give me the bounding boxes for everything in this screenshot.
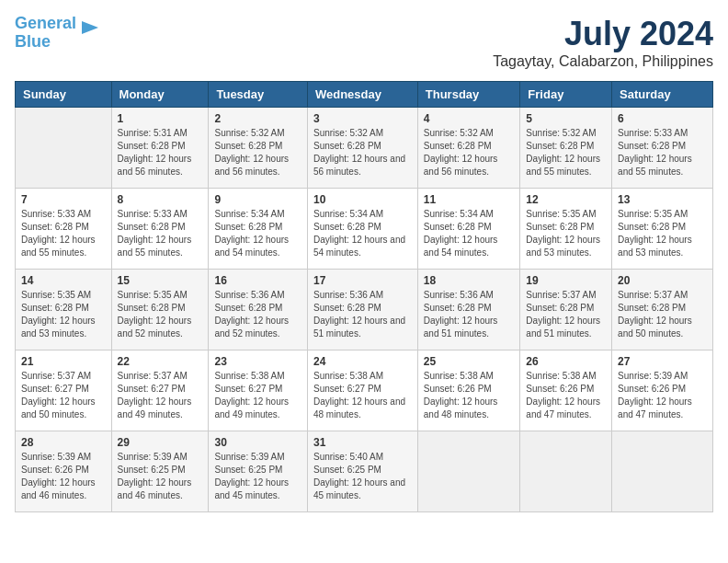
calendar-cell: 5Sunrise: 5:32 AMSunset: 6:28 PMDaylight… [520, 108, 612, 189]
day-detail: Sunrise: 5:32 AMSunset: 6:28 PMDaylight:… [313, 127, 412, 178]
calendar-cell: 12Sunrise: 5:35 AMSunset: 6:28 PMDayligh… [520, 189, 612, 270]
day-number: 14 [21, 274, 106, 287]
calendar-cell: 25Sunrise: 5:38 AMSunset: 6:26 PMDayligh… [417, 350, 520, 431]
logo-text: General Blue [15, 14, 76, 51]
day-number: 10 [313, 193, 412, 206]
day-number: 7 [21, 193, 106, 206]
weekday-header-friday: Friday [520, 82, 612, 108]
day-number: 1 [118, 112, 203, 125]
calendar-cell: 30Sunrise: 5:39 AMSunset: 6:25 PMDayligh… [209, 431, 308, 512]
day-number: 4 [424, 112, 515, 125]
day-number: 3 [313, 112, 412, 125]
logo: General Blue [15, 15, 100, 52]
calendar-cell: 21Sunrise: 5:37 AMSunset: 6:27 PMDayligh… [16, 350, 112, 431]
day-detail: Sunrise: 5:34 AMSunset: 6:28 PMDaylight:… [424, 208, 515, 259]
weekday-header-thursday: Thursday [417, 82, 520, 108]
day-detail: Sunrise: 5:32 AMSunset: 6:28 PMDaylight:… [214, 127, 301, 178]
day-number: 6 [618, 112, 707, 125]
calendar-cell [520, 431, 612, 512]
calendar-cell: 19Sunrise: 5:37 AMSunset: 6:28 PMDayligh… [520, 270, 612, 350]
day-detail: Sunrise: 5:37 AMSunset: 6:27 PMDaylight:… [118, 370, 203, 421]
calendar-cell: 31Sunrise: 5:40 AMSunset: 6:25 PMDayligh… [307, 431, 417, 512]
day-number: 24 [313, 355, 412, 368]
day-number: 5 [526, 112, 606, 125]
day-detail: Sunrise: 5:37 AMSunset: 6:28 PMDaylight:… [618, 289, 707, 340]
weekday-header-tuesday: Tuesday [209, 82, 308, 108]
day-detail: Sunrise: 5:37 AMSunset: 6:28 PMDaylight:… [526, 289, 606, 340]
day-detail: Sunrise: 5:39 AMSunset: 6:26 PMDaylight:… [618, 370, 707, 421]
calendar-header: SundayMondayTuesdayWednesdayThursdayFrid… [16, 82, 713, 108]
day-detail: Sunrise: 5:34 AMSunset: 6:28 PMDaylight:… [214, 208, 301, 259]
calendar-cell [16, 108, 112, 189]
page-header: General Blue July 2024 Tagaytay, Calabar… [15, 15, 713, 70]
calendar-cell: 13Sunrise: 5:35 AMSunset: 6:28 PMDayligh… [612, 189, 713, 270]
logo-blue: Blue [15, 32, 51, 51]
day-detail: Sunrise: 5:35 AMSunset: 6:28 PMDaylight:… [618, 208, 707, 259]
day-detail: Sunrise: 5:36 AMSunset: 6:28 PMDaylight:… [313, 289, 412, 340]
weekday-header-row: SundayMondayTuesdayWednesdayThursdayFrid… [16, 82, 713, 108]
day-number: 13 [618, 193, 707, 206]
calendar-cell: 11Sunrise: 5:34 AMSunset: 6:28 PMDayligh… [417, 189, 520, 270]
calendar-cell: 4Sunrise: 5:32 AMSunset: 6:28 PMDaylight… [417, 108, 520, 189]
calendar-cell: 20Sunrise: 5:37 AMSunset: 6:28 PMDayligh… [612, 270, 713, 350]
calendar-cell: 29Sunrise: 5:39 AMSunset: 6:25 PMDayligh… [111, 431, 209, 512]
calendar-cell: 15Sunrise: 5:35 AMSunset: 6:28 PMDayligh… [111, 270, 209, 350]
calendar-cell: 2Sunrise: 5:32 AMSunset: 6:28 PMDaylight… [209, 108, 308, 189]
day-detail: Sunrise: 5:38 AMSunset: 6:26 PMDaylight:… [424, 370, 515, 421]
day-number: 25 [424, 355, 515, 368]
calendar-cell: 22Sunrise: 5:37 AMSunset: 6:27 PMDayligh… [111, 350, 209, 431]
day-number: 18 [424, 274, 515, 287]
day-detail: Sunrise: 5:35 AMSunset: 6:28 PMDaylight:… [21, 289, 106, 340]
calendar-week-3: 14Sunrise: 5:35 AMSunset: 6:28 PMDayligh… [16, 270, 713, 350]
day-detail: Sunrise: 5:36 AMSunset: 6:28 PMDaylight:… [214, 289, 301, 340]
calendar-week-2: 7Sunrise: 5:33 AMSunset: 6:28 PMDaylight… [16, 189, 713, 270]
day-detail: Sunrise: 5:33 AMSunset: 6:28 PMDaylight:… [21, 208, 106, 259]
day-number: 29 [118, 436, 203, 449]
day-detail: Sunrise: 5:32 AMSunset: 6:28 PMDaylight:… [424, 127, 515, 178]
day-number: 28 [21, 436, 106, 449]
day-detail: Sunrise: 5:35 AMSunset: 6:28 PMDaylight:… [526, 208, 606, 259]
day-number: 27 [618, 355, 707, 368]
logo-general: General [15, 14, 76, 32]
day-number: 8 [118, 193, 203, 206]
calendar-cell: 1Sunrise: 5:31 AMSunset: 6:28 PMDaylight… [111, 108, 209, 189]
calendar-cell: 16Sunrise: 5:36 AMSunset: 6:28 PMDayligh… [209, 270, 308, 350]
calendar-cell [612, 431, 713, 512]
calendar-cell: 24Sunrise: 5:38 AMSunset: 6:27 PMDayligh… [307, 350, 417, 431]
calendar-cell: 6Sunrise: 5:33 AMSunset: 6:28 PMDaylight… [612, 108, 713, 189]
day-number: 31 [313, 436, 412, 449]
svg-marker-0 [82, 21, 98, 34]
day-number: 9 [214, 193, 301, 206]
day-number: 16 [214, 274, 301, 287]
calendar-cell: 14Sunrise: 5:35 AMSunset: 6:28 PMDayligh… [16, 270, 112, 350]
calendar-cell: 28Sunrise: 5:39 AMSunset: 6:26 PMDayligh… [16, 431, 112, 512]
calendar-cell: 17Sunrise: 5:36 AMSunset: 6:28 PMDayligh… [307, 270, 417, 350]
weekday-header-wednesday: Wednesday [307, 82, 417, 108]
calendar-table: SundayMondayTuesdayWednesdayThursdayFrid… [15, 81, 713, 512]
calendar-cell: 10Sunrise: 5:34 AMSunset: 6:28 PMDayligh… [307, 189, 417, 270]
calendar-cell: 3Sunrise: 5:32 AMSunset: 6:28 PMDaylight… [307, 108, 417, 189]
day-number: 11 [424, 193, 515, 206]
day-detail: Sunrise: 5:40 AMSunset: 6:25 PMDaylight:… [313, 451, 412, 502]
calendar-subtitle: Tagaytay, Calabarzon, Philippines [493, 53, 713, 70]
calendar-cell [417, 431, 520, 512]
day-number: 17 [313, 274, 412, 287]
logo-arrow-icon [80, 17, 100, 38]
day-number: 23 [214, 355, 301, 368]
day-number: 19 [526, 274, 606, 287]
calendar-cell: 7Sunrise: 5:33 AMSunset: 6:28 PMDaylight… [16, 189, 112, 270]
day-detail: Sunrise: 5:38 AMSunset: 6:27 PMDaylight:… [313, 370, 412, 421]
calendar-week-1: 1Sunrise: 5:31 AMSunset: 6:28 PMDaylight… [16, 108, 713, 189]
day-detail: Sunrise: 5:32 AMSunset: 6:28 PMDaylight:… [526, 127, 606, 178]
day-number: 20 [618, 274, 707, 287]
weekday-header-saturday: Saturday [612, 82, 713, 108]
day-detail: Sunrise: 5:39 AMSunset: 6:25 PMDaylight:… [214, 451, 301, 502]
day-number: 15 [118, 274, 203, 287]
calendar-cell: 8Sunrise: 5:33 AMSunset: 6:28 PMDaylight… [111, 189, 209, 270]
day-detail: Sunrise: 5:34 AMSunset: 6:28 PMDaylight:… [313, 208, 412, 259]
title-section: July 2024 Tagaytay, Calabarzon, Philippi… [493, 15, 713, 70]
day-detail: Sunrise: 5:38 AMSunset: 6:27 PMDaylight:… [214, 370, 301, 421]
calendar-cell: 9Sunrise: 5:34 AMSunset: 6:28 PMDaylight… [209, 189, 308, 270]
day-detail: Sunrise: 5:33 AMSunset: 6:28 PMDaylight:… [618, 127, 707, 178]
calendar-cell: 18Sunrise: 5:36 AMSunset: 6:28 PMDayligh… [417, 270, 520, 350]
